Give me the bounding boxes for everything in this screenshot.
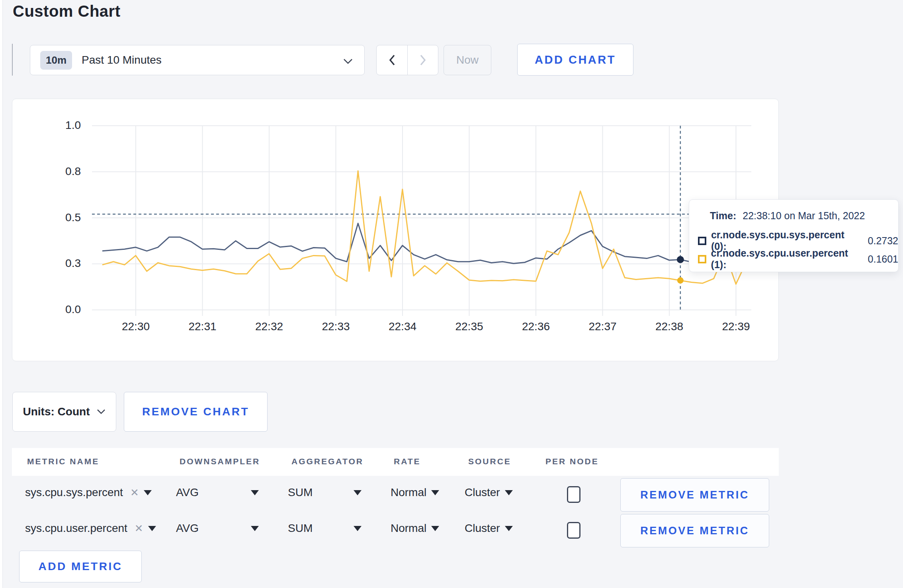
time-step-group [376,45,438,75]
tooltip-time-value: 22:38:10 on Mar 15th, 2022 [743,210,865,222]
rate-dropdown[interactable]: Normal [391,522,439,535]
metric-name-dropdown[interactable]: sys.cpu.user.percent ✕ [25,522,156,535]
series-swatch-icon [698,237,706,245]
y-axis-label: 0.0 [36,303,81,317]
downsampler-value: AVG [176,522,199,535]
source-value: Cluster [465,486,500,499]
crosshair-point [677,256,684,263]
x-axis-label: 22:37 [575,320,631,333]
per-node-checkbox[interactable] [567,522,580,539]
x-axis-label: 22:30 [108,320,164,333]
tooltip-time-label: Time: [710,210,736,222]
series-swatch-icon [698,255,706,263]
crosshair-point [677,277,684,284]
per-node-checkbox[interactable] [567,486,580,503]
clear-metric-icon[interactable]: ✕ [130,487,139,499]
series-line [102,171,747,284]
time-forward-button[interactable] [407,45,438,75]
downsampler-dropdown[interactable]: AVG [176,522,259,535]
custom-chart-page: Custom Chart 10m Past 10 Minutes Now ADD… [0,0,903,588]
toolbar-divider [12,44,13,76]
source-value: Cluster [465,522,500,535]
aggregator-dropdown[interactable]: SUM [288,486,362,499]
caret-down-icon [505,490,513,495]
y-axis-label: 0.3 [36,257,81,271]
remove-metric-button[interactable]: REMOVE METRIC [620,514,769,547]
x-axis-label: 22:32 [241,320,297,333]
col-header-downsampler: DOWNSAMPLER [180,457,260,466]
x-axis-label: 22:31 [175,320,231,333]
source-dropdown[interactable]: Cluster [465,522,513,535]
aggregator-dropdown[interactable]: SUM [288,522,362,535]
chevron-down-icon [97,409,106,415]
time-back-button[interactable] [377,45,407,75]
col-header-rate: RATE [394,457,421,466]
chart-tooltip: Time: 22:38:10 on Mar 15th, 2022 cr.node… [689,199,899,272]
time-range-badge: 10m [40,51,72,70]
caret-down-icon [431,490,439,495]
caret-down-icon [148,526,156,531]
rate-dropdown[interactable]: Normal [391,486,439,499]
tooltip-series-row: cr.node.sys.cpu.user.percent (1): 0.1601 [698,247,898,271]
col-header-metric-name: METRIC NAME [27,457,99,466]
y-axis-label: 0.5 [36,211,81,225]
caret-down-icon [354,490,362,495]
y-axis-label: 0.8 [36,165,81,179]
tooltip-series-value: 0.2732 [868,235,898,247]
col-header-source: SOURCE [468,457,511,466]
tooltip-time-row: Time: 22:38:10 on Mar 15th, 2022 [710,210,865,222]
units-label: Units: Count [23,405,90,418]
units-dropdown[interactable]: Units: Count [12,392,116,432]
layout-edge [0,0,3,588]
x-axis-label: 22:33 [308,320,364,333]
source-dropdown[interactable]: Cluster [465,486,513,499]
add-metric-button[interactable]: ADD METRIC [19,551,142,582]
downsampler-dropdown[interactable]: AVG [176,486,259,499]
add-chart-button[interactable]: ADD CHART [517,44,633,76]
remove-chart-button[interactable]: REMOVE CHART [124,392,268,432]
col-header-per-node: PER NODE [545,457,599,466]
x-axis-label: 22:38 [641,320,697,333]
caret-down-icon [354,526,362,531]
x-axis-label: 22:35 [442,320,497,333]
page-title: Custom Chart [13,2,120,20]
chevron-left-icon [388,54,396,66]
aggregator-value: SUM [288,522,313,535]
col-header-aggregator: AGGREGATOR [291,457,364,466]
remove-metric-button[interactable]: REMOVE METRIC [620,478,769,512]
now-button[interactable]: Now [444,45,491,75]
caret-down-icon [431,526,439,531]
caret-down-icon [505,526,513,531]
x-axis-label: 22:34 [375,320,430,333]
x-axis-label: 22:39 [708,320,764,333]
downsampler-value: AVG [176,486,199,499]
caret-down-icon [251,526,259,531]
y-axis-label: 1.0 [36,119,81,132]
metric-name-value: sys.cpu.user.percent [25,522,127,535]
aggregator-value: SUM [288,486,313,499]
chart-card: 1.00.80.50.30.0 22:3022:3122:3222:3322:3… [12,99,779,361]
rate-value: Normal [391,522,426,535]
clear-metric-icon[interactable]: ✕ [135,522,143,535]
tooltip-series-name: cr.node.sys.cpu.user.percent (1): [711,247,862,271]
metric-name-dropdown[interactable]: sys.cpu.sys.percent ✕ [25,486,152,499]
rate-value: Normal [391,486,426,499]
chevron-right-icon [419,54,427,66]
caret-down-icon [251,490,259,495]
metric-name-value: sys.cpu.sys.percent [25,486,123,499]
time-range-dropdown[interactable]: 10m Past 10 Minutes [30,45,365,75]
tooltip-series-value: 0.1601 [868,253,898,265]
time-range-label: Past 10 Minutes [82,54,162,66]
x-axis-label: 22:36 [508,320,564,333]
caret-down-icon [144,490,152,495]
series-line [102,223,747,263]
chevron-down-icon [343,58,353,64]
